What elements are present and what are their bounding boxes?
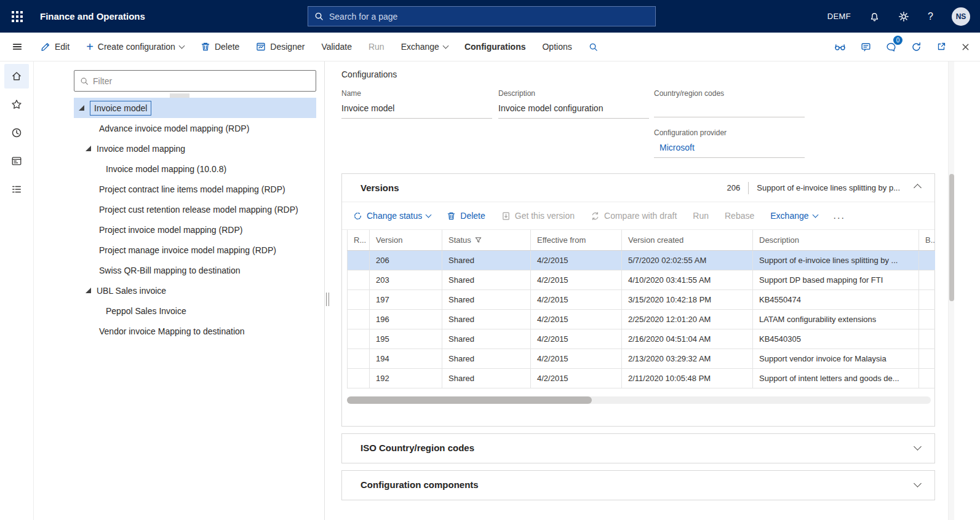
glasses-icon[interactable] (833, 41, 847, 53)
more-options-icon[interactable]: ... (834, 210, 845, 221)
iso-country-codes-section: ISO Country/region codes (341, 433, 935, 463)
col-version[interactable]: Version (370, 230, 442, 251)
exchange-version-button[interactable]: Exchange (770, 211, 817, 221)
col-clipped[interactable]: B... (919, 230, 936, 251)
cell-clipped (919, 251, 936, 270)
exchange-menu-button[interactable]: Exchange (401, 42, 448, 52)
name-label: Name (341, 89, 492, 98)
help-icon[interactable]: ? (928, 11, 933, 22)
description-label: Description (498, 89, 649, 98)
versions-header[interactable]: Versions 206 Support of e-invoice lines … (342, 174, 934, 202)
name-value[interactable]: Invoice model (341, 101, 492, 119)
action-search-button[interactable] (589, 42, 598, 52)
expand-arrow-icon[interactable] (86, 146, 91, 151)
row-selector-cell[interactable] (348, 251, 370, 270)
version-row[interactable]: 195 Shared 4/2/2015 2/16/2020 04:51:04 A… (348, 329, 936, 349)
chat-icon[interactable]: 0 (885, 41, 898, 53)
vertical-scrollbar-thumb[interactable] (949, 174, 954, 301)
configuration-provider-link[interactable]: Microsoft (654, 140, 805, 158)
validate-button[interactable]: Validate (321, 42, 352, 52)
description-value[interactable]: Invoice model configuration (498, 101, 649, 119)
tab-options[interactable]: Options (542, 42, 572, 52)
tree-item[interactable]: Peppol Sales Invoice (74, 301, 316, 321)
global-search-input[interactable] (329, 12, 649, 22)
version-row[interactable]: 192 Shared 4/2/2015 2/11/2020 10:05:48 P… (348, 369, 936, 388)
row-selector-cell[interactable] (348, 310, 370, 329)
col-version-created[interactable]: Version created (622, 230, 753, 251)
delete-version-button[interactable]: Delete (447, 211, 485, 221)
tree-item[interactable]: Invoice model mapping (74, 138, 316, 159)
country-codes-value[interactable] (654, 101, 805, 117)
tree-item[interactable]: Project invoice model mapping (RDP) (74, 219, 316, 240)
version-row[interactable]: 196 Shared 4/2/2015 2/25/2020 12:01:20 A… (348, 310, 936, 329)
change-status-button[interactable]: Change status (353, 211, 431, 221)
tree-item-label: UBL Sales invoice (97, 286, 166, 296)
col-description[interactable]: Description (753, 230, 919, 251)
delete-button[interactable]: Delete (201, 42, 239, 52)
horizontal-scrollbar-thumb[interactable] (347, 396, 592, 404)
tree-item[interactable]: UBL Sales invoice (74, 280, 316, 301)
col-row-selector[interactable]: R... (348, 230, 370, 251)
cell-effective-from: 4/2/2015 (531, 369, 622, 388)
rebase-label: Rebase (725, 211, 754, 221)
tree-item[interactable]: Vendor invoice Mapping to destination (74, 321, 316, 341)
chevron-down-icon (812, 212, 818, 218)
version-row[interactable]: 203 Shared 4/2/2015 4/10/2020 03:41:55 A… (348, 270, 936, 290)
filter-funnel-icon[interactable] (475, 237, 482, 243)
close-icon[interactable] (960, 41, 971, 53)
global-search[interactable] (308, 6, 656, 26)
panel-splitter[interactable] (324, 61, 330, 520)
tree-item[interactable]: Project cust retention release model map… (74, 199, 316, 219)
expand-chevron-down-icon[interactable] (912, 443, 923, 452)
configuration-components-header[interactable]: Configuration components (342, 471, 934, 498)
expand-arrow-icon[interactable] (86, 288, 91, 293)
company-picker[interactable]: DEMF (827, 12, 851, 21)
row-selector-cell[interactable] (348, 369, 370, 388)
row-selector-cell[interactable] (348, 290, 370, 310)
tab-configurations[interactable]: Configurations (464, 42, 526, 52)
tree-item-label: Invoice model mapping (97, 144, 185, 154)
col-status[interactable]: Status (442, 230, 531, 251)
tree-item[interactable]: Project contract line items model mappin… (74, 179, 316, 199)
tree-item-invoice-model[interactable]: Invoice model (74, 98, 316, 118)
cell-description: Support of e-invoice lines splitting by … (753, 251, 919, 270)
create-configuration-button[interactable]: + Create configuration (86, 42, 184, 52)
tree-filter-input[interactable] (93, 76, 310, 86)
star-icon[interactable] (4, 92, 29, 117)
expand-arrow-icon[interactable] (79, 105, 84, 111)
cell-version: 194 (370, 349, 442, 369)
row-selector-cell[interactable] (348, 329, 370, 349)
col-effective-from[interactable]: Effective from (531, 230, 622, 251)
tree-item[interactable]: Invoice model mapping (10.0.8) (74, 159, 316, 179)
horizontal-scrollbar[interactable] (347, 396, 931, 404)
hamburger-icon[interactable] (0, 41, 34, 52)
action-bar-items: Edit + Create configuration Delete Desig… (41, 42, 598, 52)
edit-button[interactable]: Edit (41, 42, 70, 52)
version-row[interactable]: 194 Shared 4/2/2015 2/13/2020 03:29:32 A… (348, 349, 936, 369)
refresh-icon[interactable] (910, 41, 923, 53)
iso-country-codes-header[interactable]: ISO Country/region codes (342, 434, 934, 462)
bell-icon[interactable] (869, 11, 880, 22)
form-icon[interactable] (4, 149, 29, 173)
expand-chevron-down-icon[interactable] (912, 480, 923, 489)
tree-item[interactable]: Project manage invoice model mapping (RD… (74, 240, 316, 260)
waffle-icon[interactable] (0, 0, 34, 33)
tree-item[interactable]: Advance invoice model mapping (RDP) (74, 118, 316, 138)
row-selector-cell[interactable] (348, 270, 370, 290)
cell-version: 206 (370, 251, 442, 270)
collapse-chevron-up-icon[interactable] (912, 182, 923, 194)
tree-filter[interactable] (74, 70, 316, 92)
vertical-scrollbar[interactable] (948, 61, 954, 520)
row-selector-cell[interactable] (348, 349, 370, 369)
feedback-icon[interactable] (859, 41, 872, 53)
designer-button[interactable]: Designer (256, 42, 305, 52)
clock-icon[interactable] (4, 120, 29, 145)
gear-icon[interactable] (898, 11, 909, 22)
tasks-icon[interactable] (4, 177, 29, 202)
popout-icon[interactable] (935, 41, 947, 53)
tree-item[interactable]: Swiss QR-Bill mapping to destination (74, 260, 316, 280)
version-row[interactable]: 197 Shared 4/2/2015 3/15/2020 10:42:18 P… (348, 290, 936, 310)
version-row[interactable]: 206 Shared 4/2/2015 5/7/2020 02:02:55 AM… (348, 251, 936, 270)
avatar[interactable]: NS (952, 7, 970, 26)
home-icon[interactable] (4, 64, 29, 89)
